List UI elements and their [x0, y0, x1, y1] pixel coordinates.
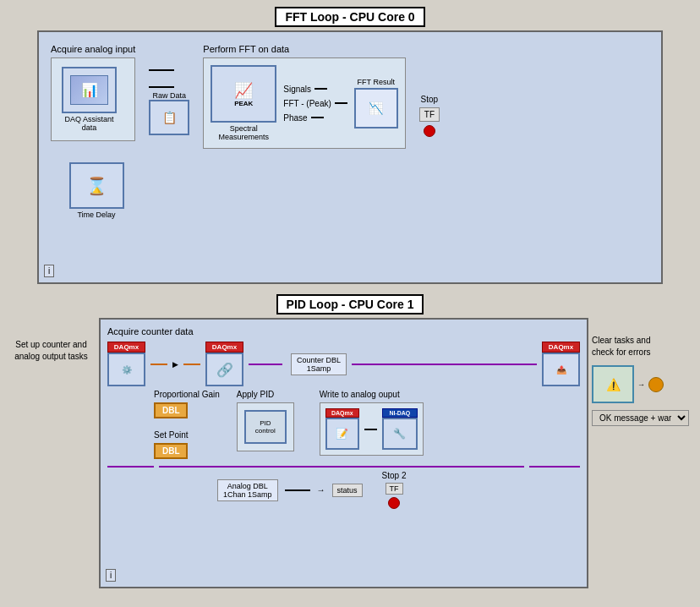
spectral-label: Spectral Measurements	[219, 124, 270, 141]
acquire-label: Acquire analog input	[51, 44, 135, 54]
proportional-gain-label: Proportional Gain	[154, 390, 220, 399]
daqmx-label-right: DAQmx	[542, 342, 580, 353]
pid-info-badge: i	[106, 569, 116, 582]
set-point-label: Set Point	[154, 430, 220, 440]
signals-row: Signals	[283, 85, 347, 94]
daqmx-write-label: DAQmx	[325, 408, 359, 418]
main-container: FFT Loop - CPU Core 0 i Acquire analog i…	[7, 7, 693, 588]
stop-section: Stop TF	[419, 95, 440, 137]
daqmx-write-block: DAQmx 📝	[325, 408, 359, 450]
write-box: DAQmx 📝 NI-DAQ 🔧	[320, 402, 424, 456]
write-label: Write to analog ouput	[320, 390, 424, 399]
daqmx-icon-1: ⚙️	[107, 353, 145, 386]
pid-bottom-row	[107, 466, 580, 468]
daq-inner-icon: 📊	[70, 75, 108, 105]
purple-wire-bottom-long	[159, 466, 524, 468]
spectral-icon: 📈 PEAK	[211, 65, 276, 123]
stop2-section: Stop 2 TF	[382, 471, 407, 509]
arrow-icon-2: →	[317, 485, 325, 495]
apply-pid-label: Apply PID	[237, 390, 294, 399]
orange-wire-2	[183, 364, 200, 365]
daqmx-label-1: DAQmx	[107, 342, 145, 353]
acquire-box: Acquire analog input 📊 DAQ Assistant dat…	[51, 44, 135, 141]
daq-assistant-icon: 📊	[62, 67, 117, 113]
write-analog-section: Write to analog ouput DAQmx 📝 NI-DAQ 🔧	[320, 390, 424, 456]
daqmx-write-icon: 📝	[325, 418, 359, 450]
signals-wire	[314, 88, 327, 90]
nidaqmx-block: NI-DAQ 🔧	[382, 408, 418, 450]
analog-wire	[285, 489, 310, 491]
pid-acquire-label: Acquire counter data	[107, 326, 580, 336]
stop-label: Stop	[421, 95, 439, 104]
fft-info-badge: i	[44, 265, 54, 277]
error-block: ⚠️	[592, 365, 634, 403]
spectral-outputs: Signals FFT - (Peak) Phase	[283, 85, 347, 123]
tf2-block: TF	[386, 483, 403, 495]
purple-wire-long	[352, 364, 537, 365]
status-label: status	[332, 484, 363, 497]
counter-dbl-label: Counter DBL1Samp	[291, 353, 347, 375]
fft-result-label: FFT Result	[358, 78, 395, 86]
analog-dbl-section: Analog DBL1Chan 1Samp	[217, 479, 278, 501]
time-delay-section: ⌛ Time Delay	[63, 162, 130, 219]
pid-middle-section: Proportional Gain DBL Set Point DBL Appl…	[154, 390, 580, 459]
stop2-indicator	[388, 497, 400, 509]
dbl-block-2: DBL	[154, 443, 188, 459]
peak-label: PEAK	[234, 100, 253, 107]
fft-section: FFT Loop - CPU Core 0 i Acquire analog i…	[7, 7, 693, 284]
fft-result-icon: 📉	[354, 88, 398, 129]
wire-2	[149, 86, 174, 88]
perform-label: Perform FFT on data	[203, 44, 405, 54]
time-delay-label: Time Delay	[77, 211, 115, 219]
time-delay-icon: ⌛	[69, 162, 124, 209]
purple-wire-bottom-right	[529, 466, 580, 468]
raw-data-icon: 📋	[149, 100, 189, 135]
apply-pid-box: PID control	[237, 402, 294, 451]
clear-label: Clear tasks and check for errors	[592, 335, 650, 358]
raw-data-block-container: Raw Data 📋	[149, 91, 189, 135]
daq-block: 📊 DAQ Assistant data	[62, 67, 117, 132]
pid-top-row: DAQmx ⚙️ ▶ DAQmx 🔗 Count	[107, 342, 580, 386]
write-wire	[364, 429, 377, 430]
perform-box: Perform FFT on data 📈 PEAK Spectral Meas…	[203, 44, 405, 149]
phase-wire	[311, 117, 324, 118]
ok-message-dropdown[interactable]: OK message + warnings	[592, 410, 689, 426]
stop-indicator	[424, 125, 435, 137]
fft-outer-box: i Acquire analog input 📊 DAQ Assistant d…	[37, 30, 663, 284]
daq-assistant-label: DAQ Assistant data	[64, 115, 113, 132]
pid-full-row: Set up counter and analog output tasks i…	[7, 318, 693, 588]
spectral-chart-icon: 📈	[234, 81, 253, 100]
fft-loop-title: FFT Loop - CPU Core 0	[275, 7, 424, 27]
dbl-block-1: DBL	[154, 402, 188, 418]
error-icon: ⚠️	[606, 378, 621, 391]
pid-outer-box: i Acquire counter data DAQmx ⚙️ ▶ DAQmx	[99, 318, 588, 588]
hourglass-icon: ⌛	[86, 176, 107, 196]
pid-control-icon: PID control	[244, 410, 287, 444]
purple-wire-bottom	[107, 466, 154, 468]
counter-dbl-section: Counter DBL1Samp	[291, 353, 347, 375]
spectral-block: 📈 PEAK Spectral Measurements	[211, 65, 276, 141]
arrow-right-icon: →	[637, 380, 645, 389]
fft-peak-wire	[335, 102, 347, 104]
fft-peak-row: FFT - (Peak)	[283, 99, 347, 108]
daqmx-right: DAQmx 📤	[542, 342, 580, 386]
nidaqmx-label: NI-DAQ	[382, 408, 418, 418]
pid-loop-title: PID Loop - CPU Core 1	[276, 294, 424, 314]
fft-result-block: FFT Result 📉	[354, 78, 398, 129]
stop2-label: Stop 2	[382, 471, 407, 480]
wire-1	[149, 69, 174, 71]
daqmx-label-2: DAQmx	[205, 342, 243, 353]
pid-setup-label: Set up counter and analog output tasks	[7, 318, 96, 363]
tf-block: TF	[419, 107, 440, 122]
prop-gain-section: Proportional Gain DBL Set Point DBL	[154, 390, 220, 459]
orange-wire-1	[150, 364, 167, 365]
daqmx-block-2: DAQmx 🔗	[205, 342, 243, 386]
raw-data-label: Raw Data	[153, 91, 187, 100]
daqmx-left: DAQmx ⚙️	[107, 342, 145, 386]
arrow-icon-1: ▶	[172, 360, 178, 369]
error-row: ⚠️ →	[592, 365, 664, 403]
analog-stop-row: Analog DBL1Chan 1Samp → status Stop 2 TF	[217, 471, 580, 509]
apply-pid-section: Apply PID PID control	[237, 390, 294, 451]
pid-right-section: Clear tasks and check for errors ⚠️ → OK…	[592, 318, 693, 426]
analog-dbl-label: Analog DBL1Chan 1Samp	[217, 479, 278, 501]
